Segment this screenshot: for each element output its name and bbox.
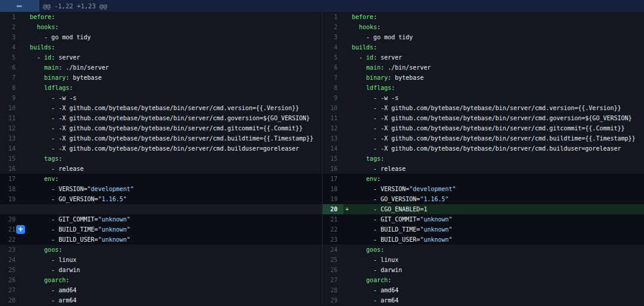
left-line-number[interactable]: 10 [0, 103, 21, 113]
yaml-text: - arm64 [352, 297, 398, 304]
yaml-text: - -w -s [352, 95, 398, 101]
left-code-line: - -X github.com/bytebase/bytebase/bin/se… [21, 123, 322, 133]
yaml-text [30, 64, 44, 71]
right-line-number[interactable]: 11 [322, 113, 343, 123]
yaml-text [30, 246, 44, 253]
left-line-number[interactable]: 3 [0, 32, 21, 42]
left-line-number[interactable]: 26 [0, 275, 21, 285]
right-line-number[interactable]: 15 [322, 154, 343, 164]
yaml-text: : [51, 14, 55, 20]
right-line-number[interactable]: 13 [322, 133, 343, 143]
left-line-number[interactable]: 13 [0, 133, 21, 143]
left-line-number[interactable]: 12 [0, 123, 21, 133]
right-line-number[interactable]: 24 [322, 245, 343, 255]
yaml-text: : [380, 155, 384, 162]
left-line-number[interactable]: 11 [0, 113, 21, 123]
right-line-number[interactable]: 3 [322, 32, 343, 42]
yaml-text [352, 155, 366, 162]
right-line-number[interactable]: 20 [322, 204, 343, 214]
right-code-line: - -X github.com/bytebase/bytebase/bin/se… [343, 133, 644, 143]
left-code-line: ldflags: [21, 83, 322, 93]
left-line-number[interactable]: 23 [0, 245, 21, 255]
yaml-text: - amd64 [30, 287, 76, 293]
yaml-key: id [366, 54, 373, 61]
right-code-line: - -X github.com/bytebase/bytebase/bin/se… [343, 103, 644, 113]
right-line-number[interactable]: 29 [322, 295, 343, 305]
left-code-line: goarch: [21, 275, 322, 285]
left-line-number[interactable]: 28 [0, 295, 21, 305]
right-code-line: - BUILD_TIME="unknown" [343, 224, 644, 235]
left-line-number[interactable]: 14 [0, 143, 21, 154]
yaml-text [352, 64, 366, 71]
right-line-number[interactable]: 12 [322, 123, 343, 133]
yaml-text: : [69, 85, 73, 91]
yaml-string: "1.16.5" [420, 196, 448, 202]
yaml-key: goos [44, 246, 58, 253]
yaml-text [352, 246, 366, 253]
left-code-line: builds: [21, 42, 322, 52]
left-line-number[interactable]: 19 [0, 194, 21, 204]
left-line-number[interactable]: 16 [0, 164, 21, 174]
left-line-number[interactable]: 7 [0, 73, 21, 83]
right-line-number[interactable]: 6 [322, 63, 343, 73]
right-code-line: - linux [343, 255, 644, 265]
right-line-number[interactable]: 7 [322, 73, 343, 83]
right-line-number[interactable]: 25 [322, 255, 343, 265]
diff-row: 5 - id: server5 - id: server [0, 52, 644, 63]
left-line-number[interactable]: 18 [0, 184, 21, 194]
right-line-number[interactable]: 1 [322, 12, 343, 22]
right-line-number[interactable]: 4 [322, 42, 343, 52]
right-line-number[interactable]: 23 [322, 235, 343, 245]
left-line-number[interactable]: 24 [0, 255, 21, 265]
left-line-number[interactable]: 27 [0, 285, 21, 295]
right-line-number[interactable]: 26 [322, 265, 343, 275]
yaml-text: - -X github.com/bytebase/bytebase/bin/se… [30, 135, 314, 142]
yaml-string: "development" [409, 186, 456, 192]
left-line-number[interactable]: 25 [0, 265, 21, 275]
yaml-string: "unknown" [420, 216, 452, 223]
add-comment-button[interactable]: + [16, 225, 25, 234]
left-line-number[interactable]: 6 [0, 63, 21, 73]
left-line-number[interactable]: 20 [0, 214, 21, 224]
right-code-line: env: [343, 174, 644, 184]
right-line-number[interactable]: 5 [322, 52, 343, 63]
right-code-line: - BUILD_USER="unknown" [343, 235, 644, 245]
left-code-line: - linux [21, 255, 322, 265]
yaml-text: - [352, 54, 366, 61]
right-line-number[interactable]: 19 [322, 194, 343, 204]
yaml-text [352, 24, 359, 30]
left-empty-cell [21, 204, 322, 214]
yaml-text: - GO_VERSION= [30, 196, 98, 202]
yaml-key: env [366, 176, 377, 182]
yaml-key: hooks [37, 24, 55, 30]
left-line-number[interactable]: 8 [0, 83, 21, 93]
right-line-number[interactable]: 10 [322, 103, 343, 113]
expand-hunk-button[interactable]: ⋯ [0, 0, 39, 12]
yaml-string: "unknown" [420, 236, 452, 243]
left-line-number[interactable]: 2 [0, 22, 21, 32]
right-line-number[interactable]: 21 [322, 214, 343, 224]
yaml-text: - BUILD_USER= [352, 236, 420, 243]
left-line-number[interactable]: 1 [0, 12, 21, 22]
right-line-number[interactable]: 18 [322, 184, 343, 194]
yaml-key: id [44, 54, 51, 61]
yaml-text: - go mod tidy [352, 34, 413, 40]
right-line-number[interactable]: 22 [322, 224, 343, 235]
right-line-number[interactable]: 14 [322, 143, 343, 154]
left-line-number[interactable]: 15 [0, 154, 21, 164]
yaml-text: : ./bin/server [58, 64, 109, 71]
left-line-number[interactable]: 5 [0, 52, 21, 63]
yaml-text: - -X github.com/bytebase/bytebase/bin/se… [30, 125, 303, 132]
right-line-number[interactable]: 17 [322, 174, 343, 184]
left-line-number[interactable]: 17 [0, 174, 21, 184]
left-line-number[interactable]: 4 [0, 42, 21, 52]
addition-marker: + [345, 204, 349, 214]
right-line-number[interactable]: 16 [322, 164, 343, 174]
left-line-number[interactable]: 9 [0, 93, 21, 103]
right-line-number[interactable]: 8 [322, 83, 343, 93]
right-line-number[interactable]: 28 [322, 285, 343, 295]
right-line-number[interactable]: 2 [322, 22, 343, 32]
left-line-number[interactable]: 22 [0, 235, 21, 245]
right-line-number[interactable]: 27 [322, 275, 343, 285]
right-line-number[interactable]: 9 [322, 93, 343, 103]
